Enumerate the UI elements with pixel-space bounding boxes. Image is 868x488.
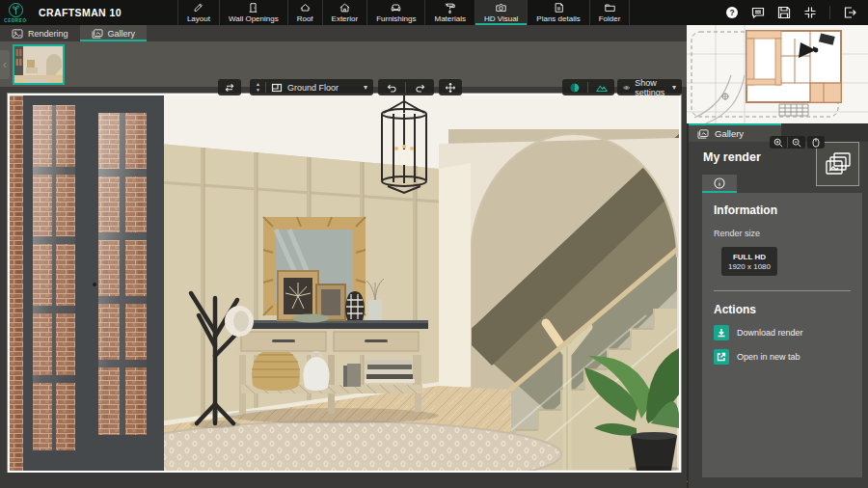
terrain-icon[interactable] [596,82,608,94]
chevron-down-icon: ▾ [672,84,676,92]
main-menu: Layout Wall Openings Roof Exterior Furni… [177,0,631,25]
divider [587,82,588,93]
size-dimensions: 1920 x 1080 [728,262,771,271]
pan-tool-button[interactable] [439,79,462,95]
folder-icon [604,2,616,14]
redo-icon[interactable] [415,82,426,94]
size-name: FULL HD [733,253,766,261]
project-title: CRAFTSMAN 10 [39,0,122,25]
save-icon[interactable] [777,6,791,19]
strip-prev-button[interactable]: ‹ [0,50,10,79]
menu-furnishings[interactable]: Furnishings [366,0,424,25]
menu-label: Roof [297,14,313,23]
show-settings-button[interactable]: Show settings ▾ [617,79,682,95]
divider [265,82,266,93]
top-bar: CEDREO CRAFTSMAN 10 Layout Wall Openings… [0,0,868,25]
show-settings-label: Show settings [635,78,667,97]
menu-roof[interactable]: Roof [287,0,322,25]
door-icon [247,2,259,14]
open-external-icon [714,349,729,365]
render-viewport[interactable] [8,94,681,473]
exit-icon[interactable] [843,6,856,19]
hand-pan-icon [811,138,821,148]
menu-label: Wall Openings [229,14,279,23]
divider [787,137,788,148]
render-size-badge: FULL HD 1920 x 1080 [721,247,777,276]
gallery-icon [92,29,103,39]
menu-wall-openings[interactable]: Wall Openings [219,0,287,25]
render-thumbnail-selected[interactable] [13,44,65,85]
divider [829,6,830,19]
render-title: My render [703,150,761,164]
information-card: Information Render size FULL HD 1920 x 1… [702,193,862,477]
fit-screen-icon[interactable] [803,6,817,19]
eye-icon [623,82,630,94]
menu-hd-visual[interactable]: HD Visual [475,0,527,25]
svg-text:?: ? [729,8,734,17]
open-new-tab-label: Open in new tab [737,352,800,362]
sun-sphere-icon[interactable] [569,82,581,94]
menu-label: Furnishings [376,14,416,23]
menu-folder[interactable]: Folder [589,0,631,25]
gallery-detail-panel: Gallery My render Information Render siz… [687,123,868,488]
pan-tool-icon [445,82,456,94]
tab-label: Rendering [28,29,68,39]
menu-materials[interactable]: Materials [424,0,474,25]
roof-icon [299,2,312,14]
app-window: CEDREO CRAFTSMAN 10 Layout Wall Openings… [0,0,868,488]
download-icon [714,325,729,340]
tab-gallery[interactable]: Gallery [80,25,148,41]
actions-heading: Actions [714,303,851,316]
environment-group [562,79,614,95]
render-size-label: Render size [714,229,851,238]
menu-label: Layout [187,14,210,23]
camera-icon [495,2,507,14]
floor-icon [271,82,283,94]
info-tab[interactable] [702,175,737,193]
thumbnail-image [14,46,63,83]
menu-layout[interactable]: Layout [177,0,219,25]
menu-label: Plans details [536,14,580,23]
gallery-icon [697,129,709,139]
open-new-tab-button[interactable]: Open in new tab [714,349,851,365]
undo-redo-group [378,79,434,95]
cedreo-logo-icon [9,3,23,17]
feedback-icon[interactable] [751,6,765,19]
bottom-bar [0,473,687,488]
menu-label: HD Visual [484,14,518,23]
divider [405,82,406,93]
download-render-button[interactable]: Download render [714,325,851,340]
plan-zoom-in-icon[interactable] [773,138,783,148]
undo-icon[interactable] [386,82,397,94]
mini-floor-plan[interactable] [687,25,868,123]
tab-label: Gallery [108,29,136,39]
hd-render-image [10,95,679,471]
gallery-panel-tab[interactable]: Gallery [689,123,781,142]
paint-roller-icon [444,2,456,14]
plan-zoom-group [770,136,805,149]
menu-label: Exterior [332,14,359,23]
pencil-icon [192,2,204,14]
switch-view-button[interactable] [218,79,241,95]
view-tab-bar: Rendering Gallery [0,25,687,41]
information-heading: Information [714,203,851,217]
floor-selector-value: Ground Floor [287,83,359,93]
info-icon [714,177,725,189]
logo-wordmark: CEDREO [4,18,26,23]
blueprint-icon [553,2,565,14]
plan-pan-button[interactable] [807,136,825,149]
cedreo-logo[interactable]: CEDREO [0,0,31,25]
floor-stepper[interactable]: ▲ ▼ [256,82,260,93]
menu-plans-details[interactable]: Plans details [527,0,588,25]
help-icon[interactable]: ? [725,6,739,19]
chevron-left-icon: ‹ [3,58,7,71]
stacked-photos-icon [825,151,852,176]
plan-zoom-out-icon[interactable] [792,138,801,148]
floor-selector[interactable]: ▲ ▼ Ground Floor ▾ [250,79,373,95]
menu-exterior[interactable]: Exterior [322,0,367,25]
house-icon [339,2,351,14]
image-icon [12,29,23,39]
step-down-icon: ▼ [256,88,260,94]
swap-arrows-icon [224,82,235,94]
tab-rendering[interactable]: Rendering [0,25,80,41]
